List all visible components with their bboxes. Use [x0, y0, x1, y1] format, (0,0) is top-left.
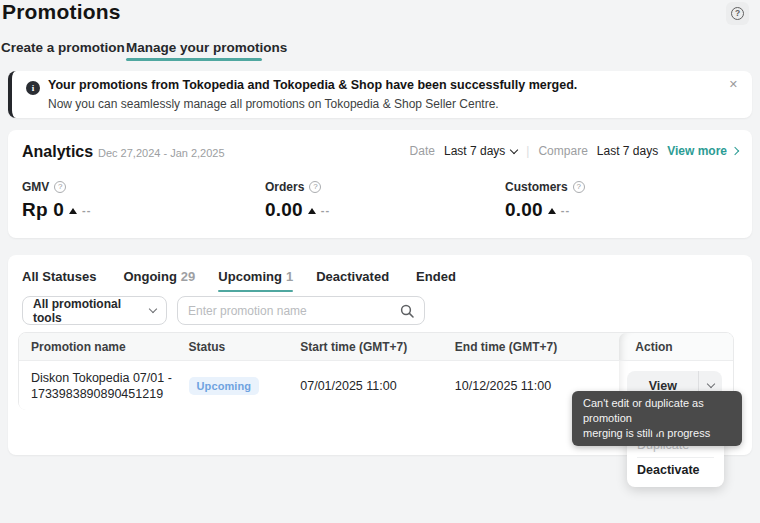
col-header-promotion-name: Promotion name [19, 333, 177, 360]
cell-promotion-name: Diskon Tokopedia 07/01 - 173398389089045… [19, 361, 177, 410]
vertical-divider: | [526, 144, 529, 158]
metric-gmv-delta: -- [82, 204, 91, 216]
status-tab-all[interactable]: All Statuses [22, 269, 100, 292]
up-arrow-icon [308, 208, 316, 214]
table-header: Promotion name Status Start time (GMT+7)… [19, 333, 733, 361]
tab-manage-your-promotions[interactable]: Manage your promotions [126, 40, 287, 55]
analytics-title: Analytics [22, 143, 93, 161]
question-icon[interactable]: ? [54, 181, 66, 193]
question-icon[interactable]: ? [573, 181, 585, 193]
status-tab-upcoming[interactable]: Upcoming1 [218, 269, 293, 292]
status-tab-ended[interactable]: Ended [416, 269, 460, 292]
close-icon[interactable]: ✕ [729, 78, 738, 91]
help-icon: ? [731, 7, 744, 20]
tooltip-line-1: Can't edit or duplicate as promotion [583, 396, 731, 426]
banner-subtitle: Now you can seamlessly manage all promot… [48, 97, 499, 111]
chevron-right-icon [731, 147, 739, 155]
tab-create-a-promotion[interactable]: Create a promotion [1, 40, 125, 55]
metric-orders: Orders ? 0.00 -- [265, 180, 330, 221]
status-tab-deactivated-label: Deactivated [316, 269, 389, 284]
metric-orders-label: Orders [265, 180, 304, 194]
date-label: Date [410, 144, 435, 158]
col-header-end-time: End time (GMT+7) [443, 333, 619, 360]
analytics-date-range: Dec 27,2024 - Jan 2,2025 [98, 147, 225, 159]
up-arrow-icon [69, 208, 77, 214]
page-title: Promotions [2, 0, 121, 24]
status-tab-ongoing[interactable]: Ongoing29 [123, 269, 195, 292]
metric-customers-delta: -- [561, 204, 570, 216]
status-tab-ended-label: Ended [416, 269, 456, 284]
status-tab-upcoming-count: 1 [286, 269, 293, 284]
status-tab-deactivated[interactable]: Deactivated [316, 269, 393, 292]
info-icon: i [26, 81, 40, 95]
compare-select-value: Last 7 days [597, 144, 658, 158]
promotional-tools-value: All promotional tools [33, 297, 150, 325]
cell-status: Upcoming [177, 361, 289, 410]
status-badge: Upcoming [189, 377, 260, 395]
metric-gmv-label: GMV [22, 180, 49, 194]
metric-orders-value: 0.00 [265, 199, 303, 221]
metric-orders-delta: -- [321, 204, 330, 216]
active-tab-underline [126, 58, 262, 61]
col-header-start-time: Start time (GMT+7) [288, 333, 443, 360]
promotional-tools-select[interactable]: All promotional tools [22, 296, 167, 325]
analytics-card: Analytics Dec 27,2024 - Jan 2,2025 Date … [8, 130, 752, 238]
date-select[interactable]: Last 7 days [444, 144, 517, 158]
col-header-status: Status [177, 333, 289, 360]
help-button[interactable]: ? [726, 2, 749, 25]
question-icon[interactable]: ? [309, 181, 321, 193]
filter-row: All promotional tools [22, 296, 425, 325]
metric-customers-label: Customers [505, 180, 568, 194]
tooltip-caret [650, 429, 662, 435]
banner-title: Your promotions from Tokopedia and Tokop… [48, 78, 577, 92]
metric-gmv-value: Rp 0 [22, 199, 64, 221]
compare-label: Compare [538, 144, 587, 158]
status-tab-ongoing-label: Ongoing [123, 269, 176, 284]
col-header-action: Action [619, 333, 733, 360]
chevron-down-icon [510, 145, 518, 153]
chevron-down-icon [707, 380, 715, 388]
view-more-link[interactable]: View more [667, 144, 738, 158]
analytics-controls: Date Last 7 days | Compare Last 7 days V… [410, 144, 738, 158]
search-icon[interactable] [400, 304, 414, 318]
status-tab-upcoming-label: Upcoming [218, 269, 282, 284]
menu-item-deactivate[interactable]: Deactivate [627, 458, 724, 482]
status-tab-ongoing-count: 29 [181, 269, 195, 284]
metric-customers: Customers ? 0.00 -- [505, 180, 585, 221]
metric-gmv: GMV ? Rp 0 -- [22, 180, 91, 221]
date-select-value: Last 7 days [444, 144, 505, 158]
search-input[interactable] [188, 304, 392, 318]
status-tab-all-label: All Statuses [22, 269, 96, 284]
cell-start-time: 07/01/2025 11:00 [288, 361, 443, 410]
promotion-search [177, 296, 425, 325]
metric-customers-value: 0.00 [505, 199, 543, 221]
merge-success-banner: i Your promotions from Tokopedia and Tok… [8, 71, 752, 118]
merge-progress-tooltip: Can't edit or duplicate as promotion mer… [572, 391, 742, 446]
compare-select[interactable]: Last 7 days [597, 144, 658, 158]
status-tabs: All Statuses Ongoing29 Upcoming1 Deactiv… [22, 269, 460, 292]
up-arrow-icon [548, 208, 556, 214]
view-more-label: View more [667, 144, 727, 158]
